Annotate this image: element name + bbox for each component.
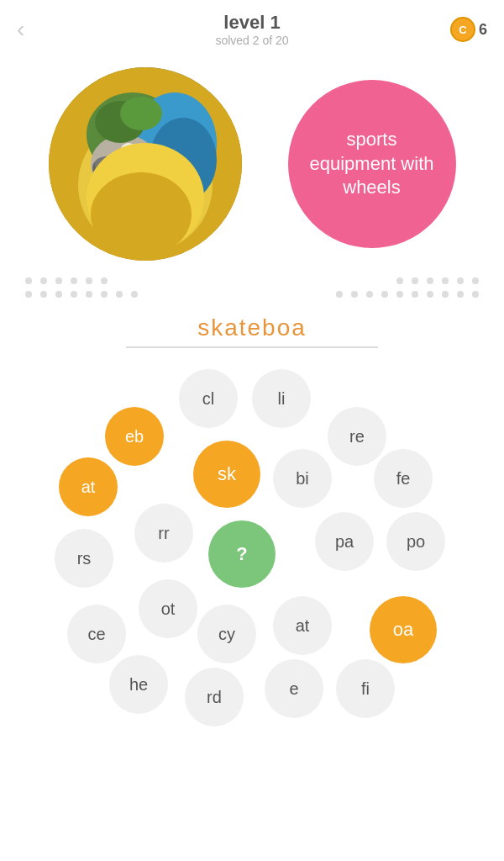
bubble-oa[interactable]: oa [370, 596, 437, 663]
bubble-li[interactable]: li [252, 369, 311, 428]
back-button[interactable]: ‹ [17, 16, 24, 43]
dot [131, 291, 138, 298]
coins-area: C 6 [450, 17, 487, 42]
svg-point-15 [91, 172, 192, 256]
parrot-image [49, 67, 242, 261]
dot [71, 277, 77, 284]
dot [457, 291, 464, 298]
header: ‹ level 1 solved 2 of 20 C 6 [0, 0, 504, 59]
bubble-cl[interactable]: cl [179, 369, 238, 428]
dot [55, 291, 62, 298]
dot [427, 291, 433, 298]
dot [86, 291, 92, 298]
bubble-ce[interactable]: ce [67, 605, 126, 663]
dot [101, 277, 108, 284]
dot [351, 291, 358, 298]
dots-right-2 [336, 291, 479, 298]
bubble-pa[interactable]: pa [315, 512, 374, 571]
dot [427, 277, 433, 284]
dot [457, 277, 464, 284]
bubble-at2[interactable]: at [273, 596, 332, 655]
bubble-rr[interactable]: rr [134, 504, 193, 563]
coin-icon: C [450, 17, 475, 42]
bubble-sk[interactable]: sk [193, 441, 260, 508]
bubble-he[interactable]: he [109, 655, 168, 714]
coin-count: 6 [479, 21, 487, 39]
bubble-cy[interactable]: cy [197, 605, 256, 663]
dot [116, 291, 123, 298]
bubble-at[interactable]: at [59, 457, 118, 516]
bubbles-area: clliebreatskbiferr?paporsotcecyatoaherde… [0, 357, 504, 760]
bubble-question[interactable]: ? [208, 520, 276, 588]
clue-text: sports equipment with wheels [305, 128, 439, 200]
bubble-rd[interactable]: rd [185, 668, 244, 726]
parrot-inner [49, 67, 242, 261]
bubble-po[interactable]: po [386, 512, 445, 571]
bubble-fe[interactable]: fe [374, 449, 433, 508]
dot [336, 291, 343, 298]
dot [381, 291, 388, 298]
dot [25, 291, 32, 298]
bubble-bi[interactable]: bi [273, 449, 332, 508]
dot [396, 277, 403, 284]
header-center: level 1 solved 2 of 20 [215, 12, 288, 47]
dot [472, 291, 479, 298]
input-area: skateboa [0, 306, 504, 348]
dot [55, 277, 62, 284]
dot [366, 291, 373, 298]
images-row: sports equipment with wheels [0, 59, 504, 277]
dot [442, 291, 449, 298]
bubble-eb[interactable]: eb [105, 407, 164, 466]
level-subtitle: solved 2 of 20 [215, 34, 288, 47]
bubble-re[interactable]: re [328, 407, 386, 466]
dot [101, 291, 108, 298]
dot [71, 291, 77, 298]
dots-area [0, 277, 504, 298]
level-title: level 1 [215, 12, 288, 34]
dot [40, 277, 47, 284]
dot [40, 291, 47, 298]
dots-left-2 [25, 291, 138, 298]
typed-word: skateboa [126, 314, 378, 348]
dots-left-1 [25, 277, 108, 284]
bubble-ot[interactable]: ot [139, 579, 197, 638]
dot [86, 277, 92, 284]
dot [25, 277, 32, 284]
dot [472, 277, 479, 284]
dot [412, 291, 418, 298]
svg-point-13 [120, 97, 162, 130]
bubble-fi[interactable]: fi [336, 659, 395, 718]
dots-right-1 [396, 277, 479, 284]
dots-row-2 [25, 291, 479, 298]
bubble-e[interactable]: e [265, 659, 323, 718]
clue-circle: sports equipment with wheels [288, 80, 456, 248]
dot [396, 291, 403, 298]
dot [442, 277, 449, 284]
dot [412, 277, 418, 284]
bubble-rs[interactable]: rs [55, 529, 113, 588]
dots-row-1 [25, 277, 479, 284]
